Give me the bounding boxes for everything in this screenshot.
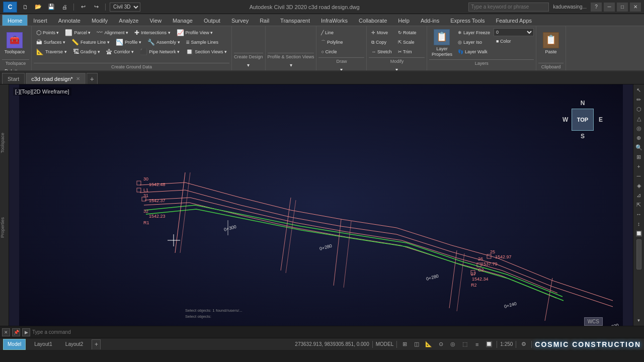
profile-btn[interactable]: 📉 Profile ▾ xyxy=(113,38,144,47)
layer-color-btn[interactable]: ■ Color xyxy=(494,37,534,46)
qat-open[interactable]: 📂 xyxy=(33,3,43,12)
tab-view[interactable]: View xyxy=(144,15,167,26)
move-btn[interactable]: ✛ Move xyxy=(369,28,394,37)
rtool-grid[interactable]: ⊞ xyxy=(634,152,643,161)
tab-featured[interactable]: Featured Apps xyxy=(490,15,537,26)
trim-btn[interactable]: ✂ Trim xyxy=(395,47,419,56)
qat-new[interactable]: 🗋 xyxy=(20,3,30,12)
rtool-horiz[interactable]: ↔ xyxy=(634,210,643,219)
tab-manage[interactable]: Manage xyxy=(167,15,198,26)
line-btn[interactable]: ╱ Line xyxy=(318,28,345,37)
circle-btn[interactable]: ○ Circle xyxy=(318,47,345,56)
qat-save[interactable]: 💾 xyxy=(46,3,56,12)
section-views-btn[interactable]: 🔲 Section Views ▾ xyxy=(183,47,229,56)
rtool-frame[interactable]: 🔲 xyxy=(634,229,643,238)
polar-toggle-btn[interactable]: ⊙ xyxy=(436,340,445,349)
properties-sidebar-label[interactable]: Properties xyxy=(0,217,5,238)
toolspace-btn[interactable]: 🧰 Toolspace xyxy=(2,28,27,58)
canvas-area[interactable]: [-][Top][2D Wireframe] xyxy=(9,84,633,326)
grading-btn[interactable]: 🏗 Grading ▾ xyxy=(70,47,103,56)
lw-toggle-btn[interactable]: ≡ xyxy=(472,340,481,349)
tp-toggle-btn[interactable]: 🔲 xyxy=(485,340,494,349)
close-btn[interactable]: ✕ xyxy=(630,3,641,12)
tab-output[interactable]: Output xyxy=(198,15,226,26)
rtool-orbit[interactable]: ◈ xyxy=(634,181,643,190)
rtool-home[interactable]: ⇱ xyxy=(634,200,643,209)
tab-insert[interactable]: Insert xyxy=(28,15,53,26)
snap-toggle-btn[interactable]: ◫ xyxy=(412,340,421,349)
sample-lines-btn[interactable]: ≡ Sample Lines xyxy=(184,38,221,47)
add-layout-btn[interactable]: + xyxy=(92,339,101,349)
layer-properties-btn[interactable]: 📋 LayerProperties xyxy=(429,28,454,58)
rotate-btn[interactable]: ↻ Rotate xyxy=(395,28,419,37)
psv-dropdown-btn[interactable]: ▾ xyxy=(287,60,295,69)
paste-btn[interactable]: 📋 Paste xyxy=(538,28,564,58)
command-input[interactable] xyxy=(32,329,642,335)
tab-modify[interactable]: Modify xyxy=(86,15,113,26)
layer-iso-btn[interactable]: ◎ Layer Iso xyxy=(455,38,493,47)
profile-view-btn[interactable]: 📈 Profile View ▾ xyxy=(174,28,216,37)
workspace-selector[interactable]: Civil 3D xyxy=(110,3,140,12)
rtool-snap[interactable]: ⊿ xyxy=(634,191,643,200)
parcel-btn[interactable]: ⬜ Parcel ▾ xyxy=(62,28,93,37)
model-tab[interactable]: Model xyxy=(3,339,26,350)
tab-analyze[interactable]: Analyze xyxy=(113,15,144,26)
rtool-circle[interactable]: ◎ xyxy=(634,124,643,133)
search-input[interactable] xyxy=(468,3,549,12)
doc-tab-start[interactable]: Start xyxy=(2,73,25,84)
draw-dropdown-btn[interactable]: ▾ xyxy=(338,65,345,71)
tab-help[interactable]: Help xyxy=(392,15,415,26)
rtool-vert[interactable]: ↕ xyxy=(634,219,643,228)
rtool-draw[interactable]: ✏ xyxy=(634,95,643,104)
rtool-zoom[interactable]: 🔍 xyxy=(634,143,643,152)
nav-cube[interactable]: N S E W TOP xyxy=(562,100,603,150)
tab-home[interactable]: Home xyxy=(2,15,28,26)
layout2-tab[interactable]: Layout2 xyxy=(61,339,88,350)
rtool-hex[interactable]: ⬡ xyxy=(634,105,643,114)
traverse-btn[interactable]: 📐 Traverse ▾ xyxy=(34,47,69,56)
wcs-label[interactable]: WCS xyxy=(584,317,603,326)
ortho-toggle-btn[interactable]: 📐 xyxy=(424,340,433,349)
cmd-pin-btn[interactable]: 📌 xyxy=(12,328,20,336)
intersections-btn[interactable]: ✚ Intersections ▾ xyxy=(132,28,173,37)
qat-redo[interactable]: ↪ xyxy=(91,3,101,12)
tab-express[interactable]: Express Tools xyxy=(445,15,490,26)
scale-btn[interactable]: ⇱ Scale xyxy=(395,38,419,47)
settings-btn[interactable]: ⚙ xyxy=(519,340,528,349)
corridor-btn[interactable]: 🛣 Corridor ▾ xyxy=(104,47,136,56)
cmd-arrow-btn[interactable]: ▶ xyxy=(22,328,30,336)
pipe-network-btn[interactable]: ⬛ Pipe Network ▾ xyxy=(137,47,182,56)
add-tab-btn[interactable]: + xyxy=(87,73,98,84)
rtool-minus[interactable]: ─ xyxy=(634,171,643,180)
layer-freeze-btn[interactable]: ❄ Layer Freeze xyxy=(455,28,493,37)
feature-line-btn[interactable]: 📏 Feature Line ▾ xyxy=(69,38,112,47)
stretch-btn[interactable]: ↔ Stretch xyxy=(369,47,394,56)
copy-btn[interactable]: ⧉ Copy xyxy=(369,38,394,47)
tab-transparent[interactable]: Transparent xyxy=(275,15,315,26)
cmd-close-btn[interactable]: ✕ xyxy=(2,328,10,336)
alignment-btn[interactable]: 〰 Alignment ▾ xyxy=(94,28,131,37)
layers-dropdown-btn[interactable]: ▾ xyxy=(478,67,486,71)
minimize-btn[interactable]: ─ xyxy=(604,3,615,12)
modify-dropdown-btn[interactable]: ▾ xyxy=(393,65,400,71)
doc-tab-c3d-close[interactable]: ✕ xyxy=(76,76,80,81)
tab-collaborate[interactable]: Collaborate xyxy=(353,15,392,26)
dyn-toggle-btn[interactable]: ⬚ xyxy=(460,340,469,349)
rtool-cross[interactable]: ⊕ xyxy=(634,133,643,142)
tab-addins[interactable]: Add-ins xyxy=(415,15,445,26)
tab-survey[interactable]: Survey xyxy=(226,15,254,26)
polyline-btn[interactable]: ⌒ Polyline xyxy=(318,38,345,47)
grid-toggle-btn[interactable]: ⊞ xyxy=(400,340,409,349)
points-btn[interactable]: ⬡ Points ▾ xyxy=(34,28,62,37)
layer-selector[interactable]: 0 xyxy=(494,28,534,36)
maximize-btn[interactable]: □ xyxy=(617,3,628,12)
tab-annotate[interactable]: Annotate xyxy=(53,15,86,26)
right-scroll-thumb[interactable] xyxy=(636,239,641,269)
layout1-tab[interactable]: Layout1 xyxy=(30,339,57,350)
layer-walk-btn[interactable]: 👣 Layer Walk xyxy=(455,47,493,56)
nav-cube-top[interactable]: TOP xyxy=(572,109,594,131)
qat-print[interactable]: 🖨 xyxy=(59,3,69,12)
rtool-plus[interactable]: + xyxy=(634,162,643,171)
create-design-dropdown-btn[interactable]: ▾ xyxy=(245,60,252,69)
rtool-tri[interactable]: △ xyxy=(634,114,643,123)
